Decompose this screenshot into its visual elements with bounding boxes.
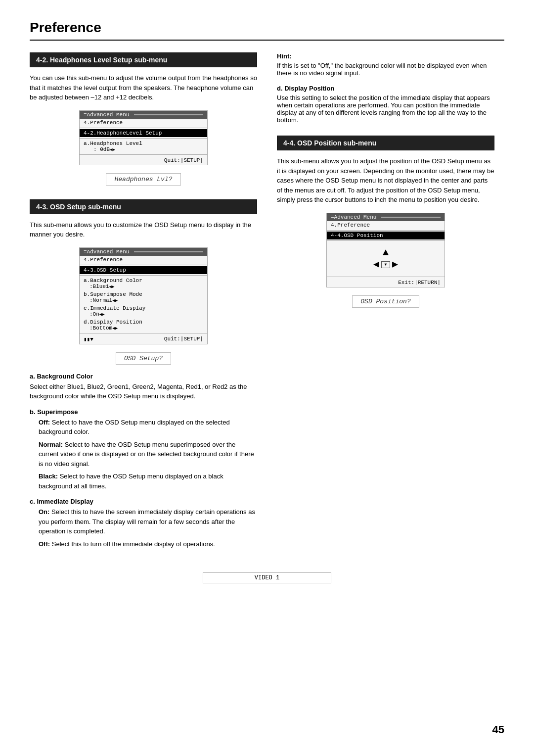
page-title: Preference	[30, 20, 504, 41]
section-42-body: You can use this sub-menu to adjust the …	[30, 73, 257, 102]
left-column: 4-2. Headphones Level Setup sub-menu You…	[30, 52, 257, 563]
page-number: 45	[492, 723, 504, 736]
osd-item-44-1: 4.Preference	[327, 221, 445, 229]
section-43-body: This sub-menu allows you to customize th…	[30, 220, 257, 239]
osd-item-43-2: 4-3.OSD Setup	[80, 266, 207, 274]
osd-item-43-1: 4.Preference	[80, 256, 207, 264]
sub-c-on: On: Select this to have the screen immed…	[39, 507, 257, 549]
osd-item-43-4: b.Superimpose Mode :Normal◀▶	[80, 290, 207, 304]
sub-b-off: Off: Select to have the OSD Setup menu d…	[39, 418, 257, 491]
osd-title-43: =Advanced Menu	[80, 248, 207, 256]
sub-a-body: Select either Blue1, Blue2, Green1, Gree…	[30, 382, 257, 401]
hint-section: Hint: If this is set to "Off," the backg…	[277, 52, 494, 77]
hint-label: Hint:	[277, 52, 494, 60]
osd-footer-44: Exit:|RETURN|	[327, 278, 445, 287]
osd-item-43-3: a.Background Color :Blue1◀▶	[80, 277, 207, 290]
osd-item-44-2: 4-4.OSD Position	[327, 232, 445, 239]
osd-footer-43: ▮▮▼ Quit:|SETUP|	[80, 334, 207, 344]
osd-item-42-3: a.Headphones Level : 0dB◀▶	[80, 140, 207, 153]
osd-box-42: =Advanced Menu 4.Preference 4-2.Headphon…	[79, 110, 208, 165]
osd-caption-44: OSD Position?	[352, 295, 419, 308]
section-42-header: 4-2. Headphones Level Setup sub-menu	[30, 52, 257, 67]
hint-body: If this is set to "Off," the background …	[277, 62, 494, 77]
osd-item-43-5: c.Immediate Display :On◀▶	[80, 304, 207, 318]
sub-d-body: Use this setting to select the position …	[277, 94, 494, 124]
osd-item-42-1: 4.Preference	[80, 119, 207, 127]
osd-nav-area: ▲ ◀ ▼ ▶	[327, 242, 445, 276]
section-44: 4-4. OSD Position sub-menu This sub-menu…	[277, 136, 494, 308]
sub-a-title: a. Background Color	[30, 373, 257, 380]
right-column: Hint: If this is set to "Off," the backg…	[277, 52, 504, 563]
osd-box-43: =Advanced Menu 4.Preference 4-3.OSD Setu…	[79, 247, 208, 344]
osd-caption-43: OSD Setup?	[116, 352, 171, 365]
sub-d-title: d. Display Position	[277, 85, 494, 92]
section-44-header: 4-4. OSD Position sub-menu	[277, 136, 494, 150]
osd-caption-42: Headphones Lvl?	[106, 173, 180, 186]
osd-box-44: =Advanced Menu 4.Preference 4-4.OSD Posi…	[326, 213, 445, 287]
sub-d-section: d. Display Position Use this setting to …	[277, 85, 494, 124]
osd-item-43-6: d.Display Position :Bottom◀▶	[80, 318, 207, 332]
sub-b-title: b. Superimpose	[30, 408, 257, 416]
section-43-header: 4-3. OSD Setup sub-menu	[30, 199, 257, 214]
sub-c-title: c. Immediate Display	[30, 498, 257, 505]
osd-footer-42: Quit:|SETUP|	[80, 156, 207, 165]
section-42: 4-2. Headphones Level Setup sub-menu You…	[30, 52, 257, 186]
status-bar: VIDEO 1	[203, 572, 331, 583]
osd-title-42: =Advanced Menu	[80, 111, 207, 119]
section-43: 4-3. OSD Setup sub-menu This sub-menu al…	[30, 199, 257, 549]
osd-item-42-2: 4-2.HeadphoneLevel Setup	[80, 129, 207, 137]
section-44-body: This sub-menu allows you to adjust the p…	[277, 156, 494, 205]
osd-title-44: =Advanced Menu	[327, 213, 445, 221]
